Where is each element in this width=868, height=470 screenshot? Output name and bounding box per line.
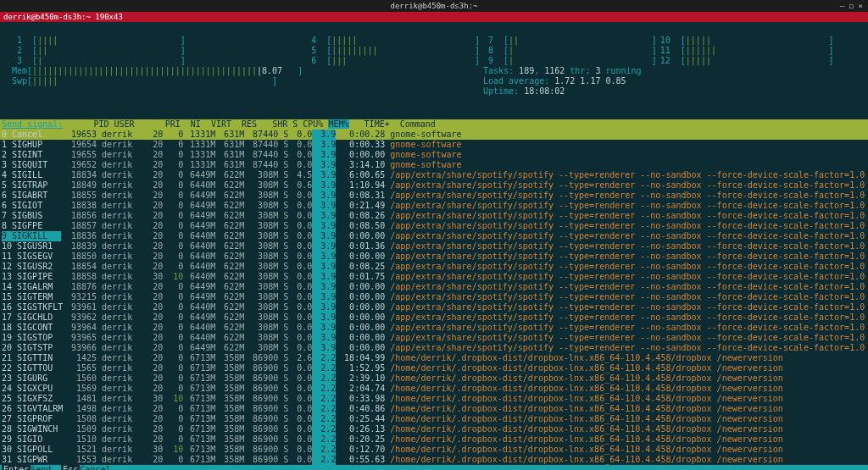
signal-menu-item[interactable]: 11 SIGSEGV	[2, 252, 61, 262]
process-row[interactable]: 7 SIGBUS 18856 derrik 20 0 6449M 622M 30…	[0, 211, 868, 221]
signal-menu-item[interactable]: 10 SIGUSR1	[2, 241, 61, 252]
process-row[interactable]: 24 SIGXCPU 1569 derrik 20 0 6713M 358M 8…	[0, 384, 868, 394]
signal-menu-item[interactable]: 13 SIGPIPE	[2, 272, 61, 282]
cell-res: 622M	[215, 252, 244, 262]
process-row[interactable]: 10 SIGUSR1 18839 derrik 20 0 6440M 622M …	[0, 241, 868, 252]
process-row[interactable]: 1 SIGHUP 19654 derrik 20 0 1331M 631M 87…	[0, 140, 868, 150]
signal-menu-item[interactable]: 9 SIGKILL	[2, 231, 61, 241]
signal-menu-item[interactable]: 8 SIGFPE	[2, 221, 61, 231]
signal-menu-item[interactable]: 19 SIGSTOP	[2, 333, 61, 343]
process-row[interactable]: 5 SIGTRAP 18849 derrik 20 0 6440M 622M 3…	[0, 180, 868, 191]
terminal-tab-label[interactable]: derrik@b450m-ds3h:~ 190x43	[3, 13, 123, 21]
process-row[interactable]: 26 SIGVTALRM 1498 derrik 20 0 6713M 358M…	[0, 404, 868, 414]
col-time[interactable]: TIME+	[364, 119, 390, 129]
signal-menu-item[interactable]: 14 SIGALRM	[2, 282, 61, 292]
signal-menu-item[interactable]: 22 SIGTTOU	[2, 363, 61, 373]
process-row[interactable]: 2 SIGINT 19655 derrik 20 0 1331M 631M 87…	[0, 150, 868, 160]
process-row[interactable]: 16 SIGSTKFLT 93961 derrik 20 0 6440M 622…	[0, 302, 868, 312]
signal-menu-item[interactable]: 23 SIGURG	[2, 373, 61, 384]
signal-menu-item[interactable]: 4 SIGILL	[2, 170, 61, 180]
key-esc[interactable]: Esc	[61, 465, 80, 470]
signal-menu-item[interactable]: 17 SIGCHLD	[2, 312, 61, 323]
signal-menu-item[interactable]: 27 SIGPROF	[2, 414, 61, 424]
col-command[interactable]: Command	[400, 119, 436, 129]
process-row[interactable]: 21 SIGTTIN 1425 derrik 20 0 6713M 358M 8…	[0, 353, 868, 363]
process-row[interactable]: 14 SIGALRM 18876 derrik 20 0 6449M 622M …	[0, 282, 868, 292]
signal-menu-item[interactable]: 2 SIGINT	[2, 150, 61, 160]
process-row[interactable]: 25 SIGXFSZ 1481 derrik 30 10 6713M 358M …	[0, 394, 868, 404]
cell-virt: 6440M	[183, 252, 215, 262]
process-row[interactable]: 8 SIGFPE 18857 derrik 20 0 6449M 622M 30…	[0, 221, 868, 231]
signal-menu-item[interactable]: 20 SIGTSTP	[2, 343, 61, 353]
signal-menu-item[interactable]: 6 SIGABRT	[2, 191, 61, 201]
signal-menu-item[interactable]: 31 SIGPWR	[2, 455, 61, 465]
process-row[interactable]: 31 SIGPWR 1553 derrik 20 0 6713M 358M 86…	[0, 455, 868, 465]
process-row[interactable]: 9 SIGKILL 18836 derrik 20 0 6440M 622M 3…	[0, 231, 868, 241]
cell-mem: 3.9	[312, 252, 336, 262]
signal-menu-item[interactable]: 21 SIGTTIN	[2, 353, 61, 363]
signal-menu-item[interactable]: 18 SIGCONT	[2, 323, 61, 333]
signal-menu-item[interactable]: 15 SIGTERM	[2, 292, 61, 302]
cell-command: /app/extra/share/spotify/spotify --type=…	[390, 312, 868, 322]
process-row[interactable]: 6 SIGABRT 18855 derrik 20 0 6449M 622M 3…	[0, 191, 868, 201]
process-row[interactable]: 28 SIGWINCH 1509 derrik 20 0 6713M 358M …	[0, 424, 868, 434]
col-pid[interactable]: PID	[93, 119, 108, 129]
col-virt[interactable]: VIRT	[211, 119, 231, 129]
cell-pri: 20	[142, 455, 163, 465]
process-row[interactable]: 11 SIGSEGV 18850 derrik 20 0 6440M 622M …	[0, 252, 868, 262]
col-mem[interactable]: MEM%	[328, 119, 348, 129]
cell-virt: 6440M	[183, 323, 215, 333]
col-user[interactable]: USER	[114, 119, 134, 129]
close-icon[interactable]: ×	[859, 2, 863, 10]
cell-virt: 6713M	[183, 373, 215, 384]
process-row[interactable]: 18 SIGCONT 93964 derrik 20 0 6440M 622M …	[0, 323, 868, 333]
signal-menu-item[interactable]: 29 SIGIO	[2, 434, 61, 445]
key-enter[interactable]: Enter	[2, 465, 31, 470]
signal-menu-item[interactable]: 3 SIGQUIT	[2, 160, 61, 170]
process-row[interactable]: 27 SIGPROF 1508 derrik 20 0 6713M 358M 8…	[0, 414, 868, 424]
process-row[interactable]: 15 SIGTERM 93215 derrik 20 0 6449M 622M …	[0, 292, 868, 302]
signal-menu-item[interactable]: 1 SIGHUP	[2, 140, 61, 150]
process-row[interactable]: 20 SIGTSTP 93966 derrik 20 0 6449M 622M …	[0, 343, 868, 353]
process-row[interactable]: 4 SIGILL 18834 derrik 20 0 6449M 622M 30…	[0, 170, 868, 180]
process-row[interactable]: 22 SIGTTOU 1565 derrik 20 0 6713M 358M 8…	[0, 363, 868, 373]
col-res[interactable]: RES	[242, 119, 257, 129]
maximize-icon[interactable]: ◻	[849, 2, 854, 10]
signal-menu-item[interactable]: 26 SIGVTALRM	[2, 404, 61, 414]
signal-menu-item[interactable]: 16 SIGSTKFLT	[2, 302, 61, 312]
process-row[interactable]: 3 SIGQUIT 19652 derrik 20 0 1331M 631M 8…	[0, 160, 868, 170]
col-pri[interactable]: PRI	[165, 119, 181, 129]
process-row[interactable]: 17 SIGCHLD 93962 derrik 20 0 6449M 622M …	[0, 312, 868, 323]
signal-menu-item[interactable]: 7 SIGBUS	[2, 211, 61, 221]
process-row[interactable]: 29 SIGIO 1510 derrik 20 0 6713M 358M 869…	[0, 434, 868, 445]
signal-menu-item[interactable]: 30 SIGPOLL	[2, 445, 61, 455]
signal-menu-item[interactable]: 0 Cancel	[2, 130, 61, 140]
signal-menu-item[interactable]: 12 SIGUSR2	[2, 262, 61, 272]
cell-shr: 87440	[244, 130, 278, 140]
col-shr[interactable]: SHR	[272, 119, 287, 129]
col-ni[interactable]: NI	[191, 119, 201, 129]
cell-ni: 0	[163, 414, 183, 424]
process-row[interactable]: 30 SIGPOLL 1521 derrik 30 10 6713M 358M …	[0, 445, 868, 455]
minimize-icon[interactable]: –	[840, 2, 844, 10]
cell-command: /home/derrik/.dropbox-dist/dropbox-lnx.x…	[390, 404, 783, 413]
cell-command: /app/extra/share/spotify/spotify --type=…	[390, 170, 868, 180]
process-row[interactable]: 0 Cancel 19653 derrik 20 0 1331M 631M 87…	[0, 130, 868, 140]
process-row[interactable]: 23 SIGURG 1560 derrik 20 0 6713M 358M 86…	[0, 373, 868, 384]
cell-pid: 93965	[61, 333, 97, 343]
col-s[interactable]: S	[292, 119, 298, 129]
signal-menu-item[interactable]: 25 SIGXFSZ	[2, 394, 61, 404]
signal-menu-item[interactable]: 24 SIGXCPU	[2, 384, 61, 394]
cell-pri: 20	[142, 384, 163, 394]
signal-menu-item[interactable]: 28 SIGWINCH	[2, 424, 61, 434]
signal-menu-item[interactable]: 6 SIGIOT	[2, 201, 61, 211]
col-cpu[interactable]: CPU%	[303, 119, 323, 129]
cell-res: 631M	[215, 130, 244, 140]
process-row[interactable]: 13 SIGPIPE 18858 derrik 30 10 6440M 622M…	[0, 272, 868, 282]
signal-menu-item[interactable]: 5 SIGTRAP	[2, 180, 61, 191]
cell-ni: 0	[163, 211, 183, 221]
process-row[interactable]: 12 SIGUSR2 18854 derrik 20 0 6440M 622M …	[0, 262, 868, 272]
process-row[interactable]: 6 SIGIOT 18838 derrik 20 0 6449M 622M 30…	[0, 201, 868, 211]
process-row[interactable]: 19 SIGSTOP 93965 derrik 20 0 6440M 622M …	[0, 333, 868, 343]
cell-user: derrik	[102, 434, 142, 444]
